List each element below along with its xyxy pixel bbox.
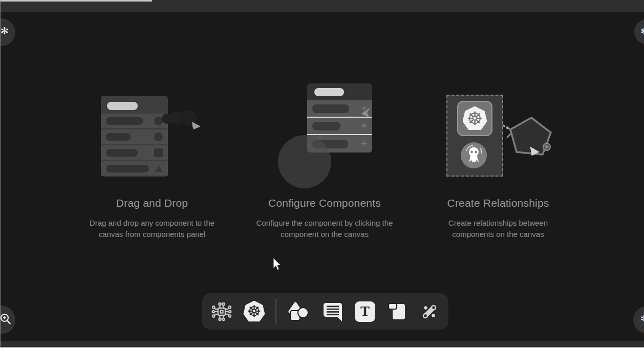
onboarding-card-create-relationships: ☸ [411,82,585,240]
kubernetes-icon: ☸ [463,106,487,131]
card-title: Drag and Drop [65,197,239,209]
click-ripple [278,135,331,188]
bottom-bar [0,341,644,347]
squid-icon [461,142,487,168]
link-relationship-tool[interactable] [419,301,440,322]
comment-tool[interactable] [321,301,345,322]
plus-icon: + [361,121,367,131]
create-relationships-illustration: ☸ [411,82,585,192]
plus-icon: + [361,139,367,149]
note-tool[interactable] [386,301,409,322]
comment-icon [321,301,345,322]
flower-icon: ✻ [1,26,9,36]
panel-header [307,83,372,100]
panel-row [101,161,168,176]
flower-icon: ✻ [640,27,644,36]
top-bar [0,0,644,12]
tools-dock: ☸ T [202,293,448,330]
circle-shape [154,133,163,141]
kubernetes-node-graphic: ☸ [457,101,492,136]
kubernetes-tool[interactable]: ☸ [243,301,265,322]
onboarding-card-drag-and-drop: Drag and Drop Drag and drop any componen… [65,82,239,240]
triangle-shape [155,165,163,172]
panel-row [101,114,168,128]
configure-components-illustration: + + + [238,82,412,192]
text-tool-icon: T [355,301,375,322]
drag-and-drop-illustration [65,82,239,192]
panel-row [101,145,168,160]
link-icon [419,301,440,322]
shapes-icon [287,301,310,322]
card-title: Configure Components [238,197,412,209]
panel-row [101,129,168,144]
components-circuit-tool[interactable] [210,300,233,323]
top-edge-line [0,0,152,2]
shapes-tool[interactable] [287,301,310,322]
components-panel-graphic [101,96,168,177]
cursor-icon [190,121,202,133]
square-shape [154,148,163,157]
flower-icon: ✻ [640,315,644,323]
onboarding-card-configure-components: + + + Configure Components Configure the… [238,82,412,240]
squid-mascot-node [461,142,487,168]
cursor-icon [359,106,373,120]
design-canvas[interactable]: ✻ ✻ ✻ Drag and D [0,0,644,348]
selection-dashed-box: ☸ [446,95,503,177]
left-edge-line [0,0,1,348]
text-tool[interactable]: T [355,301,375,322]
card-description: Create relationships between components … [438,217,559,240]
panel-title-pill [107,102,138,110]
card-description: Drag and drop any component to the canva… [80,217,224,240]
circuit-icon [210,300,233,323]
mouse-cursor [272,257,283,272]
kubernetes-icon: ☸ [243,301,265,322]
card-description: Configure the component by clicking the … [252,217,397,240]
note-icon [386,301,409,322]
cursor-icon [528,145,541,159]
card-title: Create Relationships [411,197,585,209]
panel-row: + [307,118,372,135]
zoom-in-icon [0,313,13,328]
toolbar-divider [275,299,276,324]
